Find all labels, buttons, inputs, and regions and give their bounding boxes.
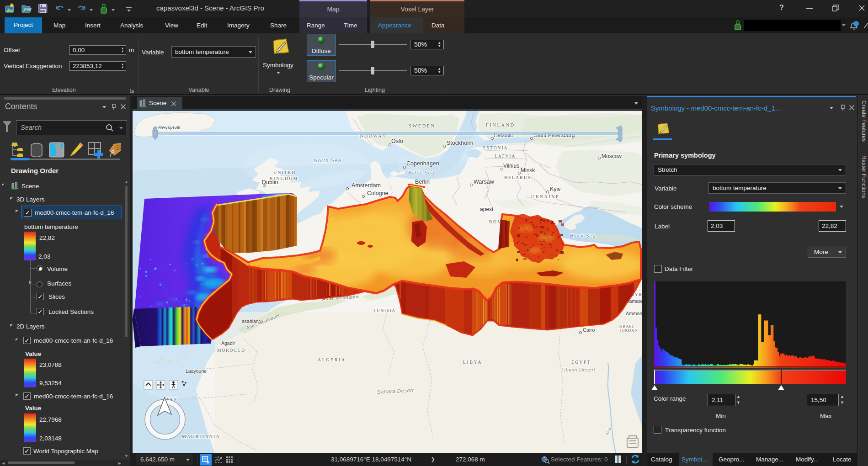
- svg-text:Vilnius: Vilnius: [503, 163, 519, 169]
- svg-text:ESTONIA: ESTONIA: [483, 146, 508, 150]
- svg-text:Reykjavik: Reykjavik: [158, 125, 181, 130]
- svg-text:Cairo: Cairo: [583, 327, 595, 333]
- svg-text:Cologne: Cologne: [367, 190, 389, 196]
- svg-text:BELARUS: BELARUS: [504, 175, 532, 180]
- svg-text:Laayoune: Laayoune: [186, 368, 207, 374]
- svg-text:LIBYA: LIBYA: [463, 360, 482, 365]
- svg-text:Baltic Sea: Baltic Sea: [408, 170, 434, 175]
- svg-text:Berlin: Berlin: [415, 179, 430, 185]
- svg-text:LATVIA: LATVIA: [495, 154, 516, 159]
- svg-text:Black Sea: Black Sea: [570, 233, 596, 238]
- svg-text:MOROCCO: MOROCCO: [217, 348, 245, 353]
- svg-text:Agadir: Agadir: [221, 340, 235, 346]
- svg-text:Oslo: Oslo: [391, 138, 403, 144]
- svg-text:TUNISIA: TUNISIA: [373, 308, 396, 313]
- svg-text:North Sea: North Sea: [314, 158, 341, 163]
- svg-text:Moscow: Moscow: [602, 153, 622, 159]
- svg-text:Minsk: Minsk: [521, 167, 535, 174]
- svg-text:Amsterdam: Amsterdam: [351, 182, 381, 189]
- svg-text:UNITED: UNITED: [273, 170, 296, 175]
- svg-text:Warsaw: Warsaw: [474, 179, 495, 185]
- svg-text:SWEDEN: SWEDEN: [409, 123, 436, 128]
- svg-text:Kyiv: Kyiv: [550, 186, 561, 192]
- svg-text:JORDAN: JORDAN: [620, 328, 638, 333]
- svg-text:ALGERIA: ALGERIA: [318, 357, 346, 362]
- svg-text:UKRAINE: UKRAINE: [531, 194, 560, 199]
- svg-text:MAURITANIA: MAURITANIA: [182, 434, 220, 439]
- svg-text:EGYPT: EGYPT: [571, 360, 591, 365]
- svg-text:FINLAND: FINLAND: [486, 122, 515, 127]
- svg-text:apest: apest: [480, 206, 494, 212]
- svg-text:Copenhagen: Copenhagen: [406, 160, 439, 167]
- svg-text:Libyan Desert: Libyan Desert: [561, 367, 596, 372]
- svg-text:Stockholm: Stockholm: [447, 140, 473, 146]
- svg-text:Amman: Amman: [626, 311, 642, 316]
